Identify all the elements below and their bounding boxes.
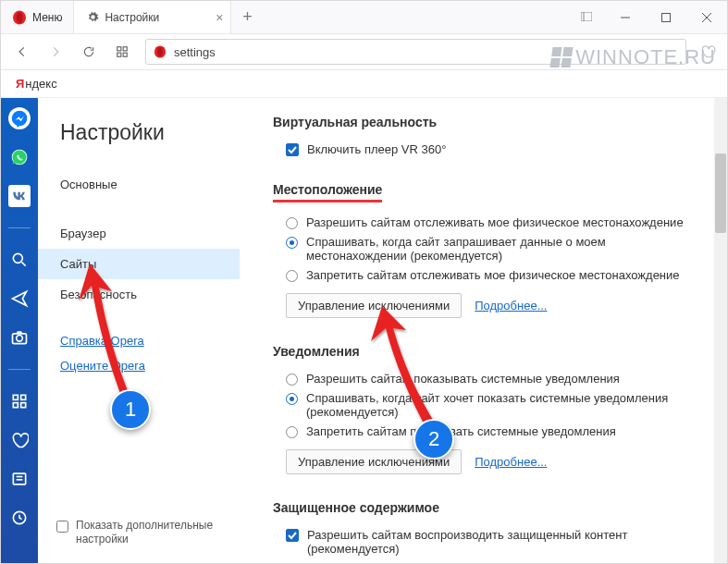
settings-sidebar: Настройки Основные Браузер Сайты Безопас…	[38, 98, 240, 564]
link-rate[interactable]: Оцените Opera	[38, 353, 240, 378]
gear-icon	[87, 11, 99, 23]
rail-send-icon[interactable]	[8, 288, 31, 310]
svg-point-13	[157, 47, 163, 57]
svg-line-16	[22, 263, 26, 266]
settings-pane: Виртуальная реальность Включить плеер VR…	[240, 98, 727, 564]
svg-rect-2	[581, 12, 592, 21]
rail-heart-icon[interactable]	[8, 429, 31, 451]
yandex-y: Я	[16, 77, 24, 91]
opt-notif-ask[interactable]: Спрашивать, когда сайт хочет показать си…	[273, 391, 694, 419]
rail-apps-icon[interactable]	[8, 390, 31, 412]
tab-close-icon[interactable]: ×	[216, 10, 223, 25]
svg-rect-19	[13, 395, 18, 399]
scrollbar[interactable]	[714, 98, 727, 564]
rail-clock-icon[interactable]	[8, 507, 31, 529]
section-notif-title: Уведомления	[273, 344, 694, 359]
tab-label: Настройки	[105, 11, 159, 24]
opt-vr-enable[interactable]: Включить плеер VR 360°	[273, 142, 694, 156]
speed-dial-button[interactable]	[106, 38, 138, 66]
rail-whatsapp-icon[interactable]	[8, 146, 31, 168]
opt-loc-allow[interactable]: Разрешить сайтам отслеживать мое физичес…	[273, 215, 694, 229]
rail-messenger-icon[interactable]	[8, 107, 31, 129]
rail-vk-icon[interactable]	[8, 185, 31, 207]
section-location-title: Местоположение	[273, 182, 382, 202]
opt-notif-allow[interactable]: Разрешить сайтам показывать системные ув…	[273, 372, 694, 386]
svg-point-15	[13, 253, 22, 263]
svg-rect-21	[13, 403, 18, 408]
nav-browser[interactable]: Браузер	[38, 218, 240, 249]
menu-button[interactable]: Меню	[1, 1, 74, 33]
nav-security[interactable]: Безопасность	[38, 279, 240, 310]
svg-rect-5	[662, 13, 671, 21]
forward-button[interactable]	[40, 38, 71, 66]
nav-sites[interactable]: Сайты	[38, 249, 240, 279]
rail-camera-icon[interactable]	[8, 326, 31, 349]
svg-point-18	[17, 336, 23, 342]
expand-sidebar-icon[interactable]	[581, 12, 592, 21]
new-tab-button[interactable]: +	[231, 1, 263, 33]
link-notif-more[interactable]: Подробнее...	[475, 455, 547, 469]
address-text: settings	[174, 45, 216, 59]
scrollbar-thumb[interactable]	[715, 153, 726, 233]
address-field[interactable]: settings	[145, 39, 686, 65]
back-button[interactable]	[6, 38, 38, 66]
opera-icon	[12, 10, 27, 25]
minimize-button[interactable]	[605, 1, 646, 34]
opera-icon	[154, 45, 167, 58]
yandex-bar[interactable]: Яндекс	[1, 70, 727, 98]
reload-button[interactable]	[73, 38, 105, 66]
opt-loc-deny[interactable]: Запретить сайтам отслеживать мое физичес…	[273, 268, 694, 282]
svg-rect-9	[123, 47, 127, 51]
rail-search-icon[interactable]	[8, 249, 31, 271]
section-vr-title: Виртуальная реальность	[273, 115, 694, 129]
settings-title: Настройки	[38, 120, 240, 145]
bookmark-heart-icon[interactable]	[694, 43, 722, 60]
close-button[interactable]	[686, 1, 727, 34]
btn-notif-exceptions[interactable]: Управление исключениями	[286, 449, 462, 474]
tab-settings[interactable]: Настройки ×	[74, 1, 231, 33]
svg-point-1	[17, 12, 23, 23]
svg-rect-20	[21, 395, 26, 399]
section-protected-title: Защищенное содержимое	[273, 500, 694, 515]
svg-rect-22	[21, 403, 26, 408]
opt-notif-deny[interactable]: Запретить сайтам показывать системные ув…	[273, 424, 694, 438]
link-help[interactable]: Справка Opera	[38, 328, 240, 353]
btn-loc-exceptions[interactable]: Управление исключениями	[286, 293, 462, 318]
maximize-button[interactable]	[646, 1, 686, 34]
show-advanced-checkbox[interactable]	[56, 521, 68, 533]
svg-rect-11	[123, 53, 127, 56]
svg-rect-8	[117, 47, 121, 51]
yandex-text: ндекс	[25, 77, 56, 91]
show-advanced-label: Показать дополнительные настройки	[76, 519, 221, 547]
left-rail	[1, 98, 38, 564]
opt-loc-ask[interactable]: Спрашивать, когда сайт запрашивает данны…	[273, 235, 694, 263]
svg-rect-10	[117, 53, 121, 56]
menu-label: Меню	[32, 11, 62, 24]
link-loc-more[interactable]: Подробнее...	[475, 299, 547, 313]
nav-basic[interactable]: Основные	[38, 169, 240, 200]
rail-news-icon[interactable]	[8, 468, 31, 490]
opt-protected-enable[interactable]: Разрешить сайтам воспроизводить защищенн…	[273, 528, 694, 556]
